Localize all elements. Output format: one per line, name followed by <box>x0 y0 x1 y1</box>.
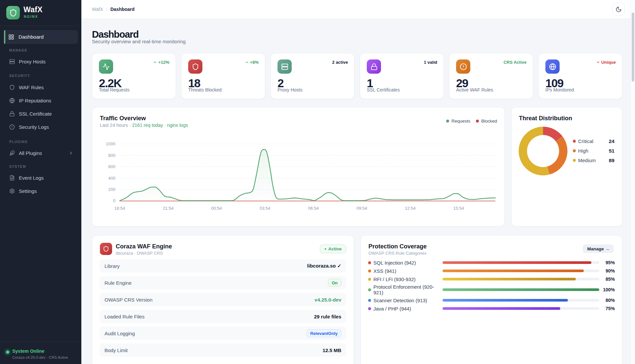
svg-text:03:54: 03:54 <box>260 206 271 211</box>
svg-text:600: 600 <box>108 164 115 169</box>
svg-text:00:54: 00:54 <box>211 206 222 211</box>
svg-text:12:54: 12:54 <box>405 206 416 211</box>
svg-text:06:54: 06:54 <box>308 206 319 211</box>
svg-text:09:54: 09:54 <box>357 206 367 211</box>
svg-text:800: 800 <box>108 153 115 158</box>
svg-text:15:54: 15:54 <box>453 206 464 211</box>
svg-text:18:54: 18:54 <box>114 206 125 211</box>
svg-text:1000: 1000 <box>106 141 115 146</box>
svg-text:200: 200 <box>108 187 115 192</box>
svg-text:21:54: 21:54 <box>163 206 174 211</box>
svg-text:0: 0 <box>113 198 115 203</box>
svg-text:400: 400 <box>108 176 115 181</box>
